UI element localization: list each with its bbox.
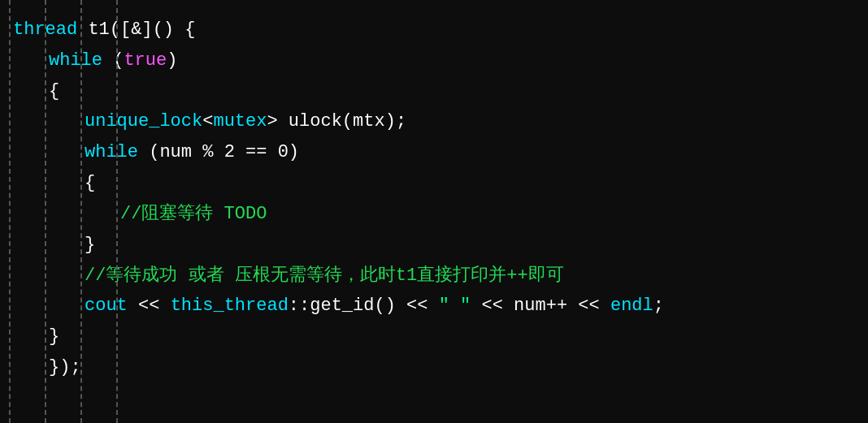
type: mutex [213, 106, 267, 137]
code-line: while (true) [49, 45, 855, 76]
code-text: ( [113, 45, 124, 76]
code-text: }); [49, 352, 81, 383]
keyword: endl [610, 291, 653, 322]
keyword: thread [13, 15, 88, 45]
code-text: } [85, 230, 95, 261]
keyword: cout [85, 291, 138, 322]
guide-line-2 [45, 0, 46, 423]
string: " " [439, 291, 471, 322]
keyword: while [49, 45, 113, 76]
code-line: while (num % 2 == 0) [85, 137, 855, 168]
code-text: { [85, 168, 95, 199]
code-text: (num % 2 == 0) [149, 137, 299, 168]
code-text: ; [653, 291, 664, 322]
code-line: //阻塞等待 TODO [120, 199, 855, 230]
code-text: ) [167, 45, 177, 76]
code-line: thread t1([&]() { [13, 15, 855, 45]
code-editor: thread t1([&]() { while (true) { unique_… [0, 0, 868, 423]
code-text: t1([&]() { [88, 15, 195, 45]
code-text: { [49, 76, 59, 107]
code-line: { [85, 168, 855, 199]
type: this_thread [171, 291, 289, 322]
code-line: { [49, 76, 855, 107]
keyword: while [85, 137, 149, 168]
code-line: //等待成功 或者 压根无需等待，此时t1直接打印并++即可 [85, 261, 855, 291]
code-text: ::get_id() << [289, 291, 439, 322]
type: unique_lock [85, 106, 202, 137]
code-line: }); [49, 352, 855, 383]
code-text: < [202, 106, 213, 137]
comment: //等待成功 或者 压根无需等待，此时t1直接打印并++即可 [85, 261, 564, 291]
keyword: true [124, 45, 167, 76]
guide-line-1 [9, 0, 11, 423]
code-text: > ulock(mtx); [267, 106, 406, 137]
comment: //阻塞等待 TODO [120, 199, 267, 230]
code-line: unique_lock<mutex> ulock(mtx); [85, 106, 855, 137]
code-text: << [138, 291, 171, 322]
code-text: << num++ << [471, 291, 610, 322]
code-text: } [49, 322, 59, 352]
code-line: } [49, 322, 855, 352]
code-line: cout << this_thread::get_id() << " " << … [85, 291, 855, 322]
code-line: } [85, 230, 855, 261]
